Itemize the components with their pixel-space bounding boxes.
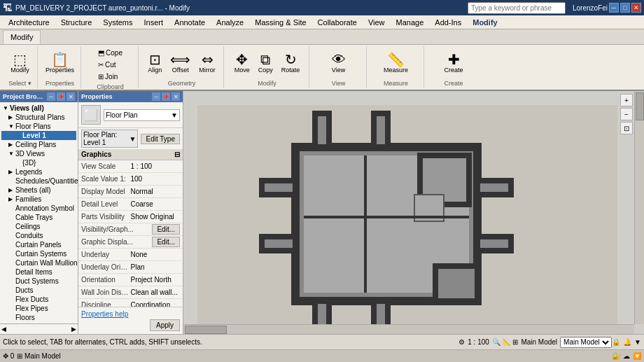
model-selector[interactable]: Main Model	[560, 337, 612, 348]
tree-3d-views[interactable]: ▼3D Views	[1, 149, 76, 158]
scroll-left-arrow[interactable]: ◀	[1, 326, 6, 333]
tree-curtain-systems[interactable]: Curtain Systems	[1, 249, 76, 258]
zoom-in-button[interactable]: +	[620, 94, 633, 106]
properties-help-link[interactable]: Properties help	[81, 310, 180, 318]
tree-ceiling-plans[interactable]: ▶Ceiling Plans	[1, 140, 76, 149]
title-bar-right[interactable]: LorenzoFei ─ □ ✕	[468, 2, 641, 14]
apply-button[interactable]: Apply	[150, 319, 180, 331]
expand-views-all[interactable]: ▼	[3, 105, 10, 111]
create-btn[interactable]: ✚ Create	[441, 50, 467, 76]
expand-ceiling[interactable]: ▶	[8, 141, 15, 148]
scroll-right-arrow[interactable]: ▶	[71, 326, 76, 333]
expand-3d[interactable]: ▼	[8, 151, 15, 157]
edit-type-button[interactable]: Edit Type	[141, 134, 180, 144]
expand-sheets[interactable]: ▶	[8, 187, 15, 193]
filter-icon[interactable]: ▼	[634, 338, 641, 346]
view-btn[interactable]: 👁 View	[328, 50, 349, 76]
fit-view-button[interactable]: ⊡	[620, 122, 633, 134]
project-browser-close[interactable]: ✕	[66, 92, 75, 101]
tree-duct-systems[interactable]: Duct Systems	[1, 277, 76, 286]
tree-flex-pipes[interactable]: Flex Pipes	[1, 304, 76, 313]
tree-floor-plans[interactable]: ▼Floor Plans	[1, 122, 76, 131]
modify-button[interactable]: ⬚ Modify	[7, 50, 33, 76]
view-controls[interactable]: 🔍 📐 ⊞	[492, 338, 519, 346]
tree-schedules[interactable]: Schedules/Quantitie	[1, 176, 76, 186]
menu-collaborate[interactable]: Collaborate	[312, 17, 363, 28]
move-button[interactable]: ✥ Move	[231, 50, 253, 76]
tree-annotation-symbol[interactable]: Annotation Symbol	[1, 204, 76, 213]
search-input[interactable]	[468, 2, 566, 14]
properties-button[interactable]: 📋 Properties	[42, 50, 78, 76]
tree-ceilings[interactable]: Ceilings	[1, 222, 76, 231]
tree-cable-trays[interactable]: Cable Trays	[1, 213, 76, 222]
vertical-scrollbar[interactable]	[634, 91, 644, 324]
maximize-button[interactable]: □	[620, 3, 630, 13]
project-browser-minimize[interactable]: ─	[47, 92, 55, 101]
tree-curtain-panels[interactable]: Curtain Panels	[1, 240, 76, 249]
close-button[interactable]: ✕	[631, 3, 641, 13]
align-button[interactable]: ⊡ Align	[144, 50, 165, 76]
menu-manage[interactable]: Manage	[391, 17, 430, 28]
project-browser-pin[interactable]: 📌	[57, 92, 65, 101]
measure-btn[interactable]: 📏 Measure	[380, 50, 412, 76]
menu-annotate[interactable]: Annotate	[169, 17, 211, 28]
cope-button[interactable]: ⬒ Cope	[95, 48, 125, 58]
menu-massing-site[interactable]: Massing & Site	[249, 17, 312, 28]
expand-structural[interactable]: ▶	[8, 114, 15, 120]
filter-options-icon[interactable]: 🔽	[633, 352, 641, 360]
offset-button[interactable]: ⟺ Offset	[167, 50, 194, 76]
tree-flex-ducts[interactable]: Flex Ducts	[1, 295, 76, 304]
tree-legends[interactable]: ▶Legends	[1, 167, 76, 176]
graphics-section-header[interactable]: Graphics ⊟	[78, 149, 183, 160]
properties-pin[interactable]: 📌	[162, 92, 170, 101]
workset-icon[interactable]: 🔐	[612, 352, 620, 360]
tree-structural-plans[interactable]: ▶Structural Plans	[1, 113, 76, 122]
copy-button[interactable]: ⧉ Copy	[255, 50, 276, 76]
properties-minimize[interactable]: ─	[152, 92, 160, 101]
tree-conduits[interactable]: Conduits	[1, 231, 76, 240]
tree-detail-items[interactable]: Detail Items	[1, 267, 76, 277]
tree-floors[interactable]: Floors	[1, 313, 76, 322]
tree-views-all[interactable]: ▼Views (all)	[1, 104, 76, 113]
horizontal-scrollbar[interactable]	[183, 324, 634, 334]
project-tree[interactable]: ▼Views (all) ▶Structural Plans ▼Floor Pl…	[0, 102, 78, 323]
tree-ducts[interactable]: Ducts	[1, 286, 76, 295]
horizontal-scrollbar-thumb[interactable]	[185, 326, 227, 334]
minimize-button[interactable]: ─	[609, 3, 619, 13]
menu-structure[interactable]: Structure	[55, 17, 98, 28]
tree-3d[interactable]: {3D}	[1, 158, 76, 167]
floor-plan-selector[interactable]: Floor Plan ▼	[104, 109, 180, 121]
zoom-out-button[interactable]: −	[620, 108, 633, 120]
settings-icon[interactable]: ⚙	[458, 338, 465, 346]
expand-floor-plans[interactable]: ▼	[8, 123, 15, 130]
worksets-icon[interactable]: 🔒	[612, 338, 620, 346]
tab-modify[interactable]: Modify	[3, 30, 41, 44]
cloud-icon[interactable]: ☁	[623, 352, 630, 360]
tree-curtain-wall-mullion[interactable]: Curtain Wall Mullion	[1, 258, 76, 267]
menu-modify[interactable]: Modify	[467, 17, 503, 28]
menu-systems[interactable]: Systems	[97, 17, 138, 28]
tree-families[interactable]: ▶Families	[1, 195, 76, 204]
floor-plan-level-select[interactable]: Floor Plan: Level 1 ▼	[81, 130, 138, 148]
menu-analyze[interactable]: Analyze	[211, 17, 249, 28]
expand-legends[interactable]: ▶	[8, 169, 15, 175]
canvas-area[interactable]: + − ⊡	[183, 91, 644, 334]
tree-level-1[interactable]: Level 1	[1, 131, 76, 140]
properties-close[interactable]: ✕	[172, 92, 180, 101]
expand-families[interactable]: ▶	[8, 196, 15, 202]
tree-sheets[interactable]: ▶Sheets (all)	[1, 186, 76, 195]
rotate-button[interactable]: ↻ Rotate	[278, 50, 304, 76]
visibility-graph-edit-button[interactable]: Edit...	[152, 224, 180, 235]
join-button[interactable]: ⊞ Join	[95, 71, 120, 82]
menu-architecture[interactable]: Architecture	[3, 17, 55, 28]
properties-scroll-area[interactable]: Graphics ⊟ View Scale 1 : 100 Scale Valu…	[78, 149, 183, 307]
graphics-section-expand[interactable]: ⊟	[174, 151, 180, 158]
graphic-display-edit-button[interactable]: Edit...	[152, 237, 180, 247]
menu-insert[interactable]: Insert	[139, 17, 169, 28]
mirror-button[interactable]: ⇔ Mirror	[195, 50, 219, 76]
notifications-icon[interactable]: 🔔	[623, 338, 631, 346]
vertical-scrollbar-thumb[interactable]	[636, 92, 644, 120]
cut-button[interactable]: ✂ Cut	[95, 60, 119, 70]
menu-addins[interactable]: Add-Ins	[429, 17, 467, 28]
menu-view[interactable]: View	[363, 17, 391, 28]
